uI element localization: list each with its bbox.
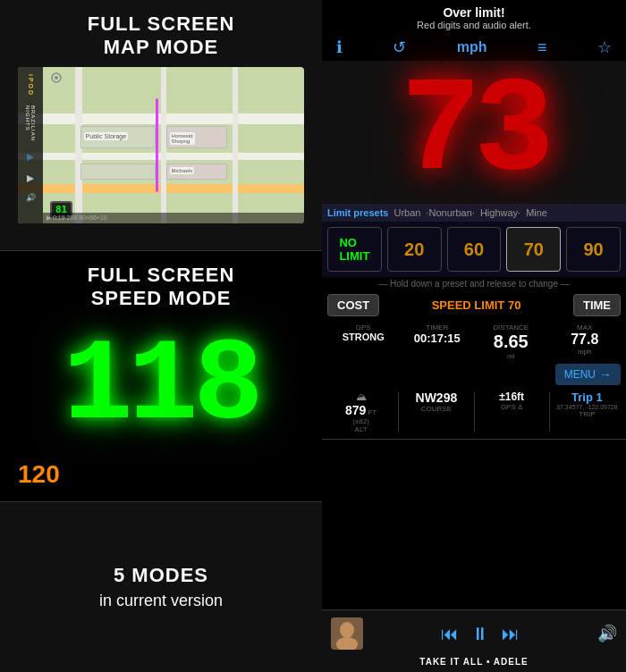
right-header: Over limit! Red digits and audio alert. [322, 0, 626, 34]
distance-value: 8.65 [494, 332, 529, 352]
timer-value: 00:17:15 [414, 332, 461, 345]
max-value: 77.8 [571, 332, 598, 348]
limit-presets-label[interactable]: Limit presets [327, 207, 388, 218]
max-unit: mph [578, 348, 592, 356]
gps-label: GPS [356, 323, 371, 332]
gps-delta-cell: ±16ft GPS Δ [478, 391, 546, 433]
modes-subtitle: in current version [99, 592, 223, 610]
svg-marker-2 [27, 154, 34, 161]
speed-display: 73 [322, 61, 626, 204]
pause-button[interactable]: ⏸ [471, 624, 489, 644]
gps-delta-label: GPS Δ [501, 403, 522, 411]
svg-point-5 [340, 622, 354, 638]
course-value: NW298 [416, 391, 458, 405]
volume-icon[interactable]: 🔊 [597, 624, 617, 643]
course-label: COURSE [421, 405, 452, 413]
alt-sub: (±82) [352, 417, 369, 425]
over-limit-subtitle: Red digits and audio alert. [331, 20, 617, 30]
player-controls: ⏮ ⏸ ⏭ [372, 624, 588, 644]
limit-urban[interactable]: Urban [393, 207, 420, 218]
max-label: MAX [577, 323, 592, 332]
big-speed-value: 73 [401, 65, 547, 199]
refresh-icon[interactable]: ↺ [393, 38, 406, 57]
menu-arrow-icon: → [599, 367, 612, 382]
alt-cell: ⛰ 879 ft (±82) ALT [327, 391, 394, 433]
menu-label: MENU [564, 368, 596, 381]
over-limit-text: Over limit! [331, 5, 617, 20]
svg-marker-3 [27, 175, 34, 182]
gps-cell: GPS STRONG [327, 323, 400, 360]
trip-cell: Trip 1 37.34577, -122.09728 TRIP [554, 391, 621, 433]
speed-title-line1: FULL SCREEN [88, 264, 235, 286]
prev-button[interactable]: ⏮ [441, 624, 459, 644]
trip-coords: 37.34577, -122.09728 [556, 404, 618, 410]
player-avatar [331, 617, 363, 650]
speed-digit-1: 1 [63, 329, 128, 445]
distance-cell: DISTANCE 8.65 mi [475, 323, 547, 360]
gps-value: STRONG [343, 332, 385, 342]
speed-limit-badge: 120 [18, 460, 60, 489]
preset-60[interactable]: 60 [447, 227, 502, 272]
speed-digits: 1 1 8 [63, 329, 258, 445]
gps-delta-value: ±16ft [499, 391, 524, 403]
info-icon[interactable]: ℹ [336, 38, 343, 57]
course-cell: NW298 COURSE [402, 391, 470, 433]
limit-mine[interactable]: Mine [526, 207, 547, 218]
right-panel: Over limit! Red digits and audio alert. … [322, 0, 626, 672]
alt-row: ⛰ 879 ft (±82) ALT NW298 COURSE ±16ft GP… [322, 387, 626, 437]
speed-limit-display: SPEED LIMIT 70 [385, 298, 568, 312]
speed-section-title: FULL SCREEN SPEED MODE [88, 264, 235, 311]
preset-20[interactable]: 20 [387, 227, 442, 272]
preset-90[interactable]: 90 [566, 227, 621, 272]
menu-icon[interactable]: ≡ [537, 38, 547, 57]
map-info-bar: ▶ 0:19 268 80×66×10 [43, 213, 304, 223]
map-info-text: ▶ 0:19 268 80×66×10 [47, 214, 107, 222]
trip-section-label: TRIP [579, 410, 595, 418]
modes-title: 5 MODES [114, 564, 208, 587]
map-title-line2: MAP MODE [104, 36, 219, 58]
speed-digit-3: 8 [194, 329, 259, 445]
speed-section: FULL SCREEN SPEED MODE 1 1 8 120 [0, 251, 322, 501]
cost-button[interactable]: COST [327, 294, 379, 316]
map-title: FULL SCREEN MAP MODE [88, 13, 235, 60]
left-panel: FULL SCREEN MAP MODE Public Storag [0, 0, 322, 672]
alt-value: 879 [345, 403, 366, 417]
speed-title-line2: SPEED MODE [91, 287, 232, 309]
distance-unit: mi [507, 352, 514, 360]
map-image: Public Storage HomestdShopng Michaels iP… [18, 67, 304, 223]
gps-info-grid: GPS STRONG TIMER 00:17:15 DISTANCE 8.65 … [322, 320, 626, 364]
distance-label: DISTANCE [493, 323, 529, 332]
preset-no-limit[interactable]: NOLIMIT [327, 227, 382, 272]
map-title-line1: FULL SCREEN [88, 13, 235, 35]
map-section: FULL SCREEN MAP MODE Public Storag [0, 0, 322, 250]
alt-label2: ALT [355, 425, 368, 433]
timer-cell: TIMER 00:17:15 [402, 323, 474, 360]
menu-arrow-btn[interactable]: MENU → [555, 364, 621, 385]
player-track: TAKE IT ALL • ADELE [322, 657, 626, 672]
alt-ft-label: ft [368, 408, 376, 416]
preset-boxes: NOLIMIT 20 60 70 90 [322, 222, 626, 277]
max-cell: MAX 77.8 mph [549, 323, 622, 360]
modes-section: 5 MODES in current version [0, 502, 322, 672]
timer-label: TIMER [426, 323, 448, 332]
player-bar: ⏮ ⏸ ⏭ 🔊 [322, 609, 626, 657]
mph-label[interactable]: mph [457, 39, 487, 55]
speed-digit-2: 1 [128, 329, 193, 445]
next-button[interactable]: ⏭ [502, 624, 520, 644]
trip-label: Trip 1 [571, 391, 603, 404]
preset-70[interactable]: 70 [506, 227, 561, 272]
star-icon[interactable]: ☆ [597, 38, 612, 57]
hold-text: — Hold down a preset and release to chan… [322, 277, 626, 290]
cost-time-row: COST SPEED LIMIT 70 TIME [322, 290, 626, 320]
svg-point-1 [55, 76, 58, 80]
time-button[interactable]: TIME [573, 294, 621, 316]
limit-highway[interactable]: Highway· [480, 207, 520, 218]
limit-nonurban[interactable]: ·Nonurban· [426, 207, 474, 218]
